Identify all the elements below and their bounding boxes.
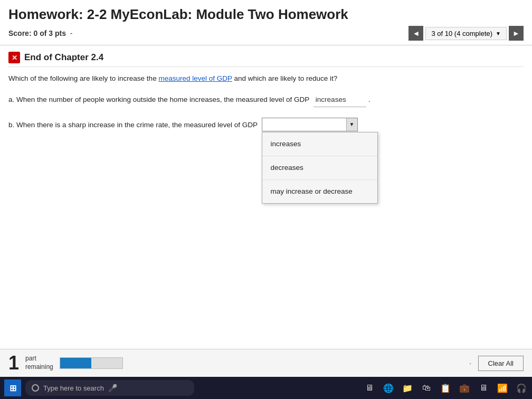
question-intro: Which of the following are likely to inc…	[8, 74, 158, 82]
progress-bar-container	[60, 357, 123, 369]
chapter-title: End of Chapter 2.4	[24, 52, 103, 63]
dropdown-menu: increases decreases may increase or decr…	[262, 132, 378, 204]
part-a-text: When the number of people working outsid…	[16, 96, 311, 103]
question-text-after: and which are likely to reduce it?	[232, 74, 338, 82]
nav-prev-button[interactable]: ◄	[408, 26, 423, 41]
part-b-select[interactable]: increases decreases may increase or decr…	[262, 118, 358, 131]
question-part-a: a. When the number of people working out…	[8, 93, 524, 107]
part-a-label: a.	[8, 96, 14, 103]
score-label: Score:	[8, 29, 32, 37]
main-content: Homework: 2-2 MyEconLab: Module Two Home…	[0, 0, 532, 399]
part-count: 1	[8, 354, 19, 373]
taskbar-icon-display[interactable]: 🖥	[477, 382, 490, 394]
chapter-header: ✕ End of Chapter 2.4	[8, 52, 524, 67]
page-title: Homework: 2-2 MyEconLab: Module Two Home…	[8, 6, 524, 23]
taskbar-icon-briefcase[interactable]: 💼	[458, 382, 471, 394]
taskbar-icon-monitor[interactable]: 🖥	[363, 382, 376, 394]
nav-next-button[interactable]: ►	[509, 26, 524, 41]
taskbar-search-bar[interactable]: Type here to search 🎤	[25, 380, 194, 396]
score-nav: Score: 0 of 3 pts - ◄ 3 of 10 (4 complet…	[8, 26, 524, 41]
part-a-answer: increases	[314, 93, 366, 107]
dot-separator: ·	[469, 358, 472, 369]
windows-icon: ⊞	[10, 383, 16, 393]
gdp-link[interactable]: measured level of GDP	[158, 74, 232, 82]
taskbar-icon-store[interactable]: 🛍	[420, 382, 433, 394]
part-b-label: b.	[8, 120, 14, 128]
part-label-line1: part	[25, 355, 53, 363]
taskbar: ⊞ Type here to search 🎤 🖥 🌐 📁 🛍 📋 💼 🖥 📶 …	[0, 377, 532, 399]
dropdown-wrapper[interactable]: increases decreases may increase or decr…	[262, 118, 358, 131]
dropdown-item-increases[interactable]: increases	[262, 132, 377, 156]
dropdown-item-decreases[interactable]: decreases	[262, 156, 377, 180]
clear-all-button[interactable]: Clear All	[478, 356, 524, 371]
score-text: Score: 0 of 3 pts -	[8, 29, 72, 37]
taskbar-icon-edge[interactable]: 🌐	[382, 382, 395, 394]
nav-progress-text: 3 of 10 (4 complete)	[431, 30, 492, 37]
taskbar-icons: 🖥 🌐 📁 🛍 📋 💼 🖥 📶 🎧	[363, 382, 528, 394]
taskbar-icon-clipboard[interactable]: 📋	[439, 382, 452, 394]
footer-bar: 1 part remaining · Clear All	[0, 349, 532, 377]
nav-dropdown-arrow-icon: ▼	[496, 31, 501, 36]
part-b-text: When there is a sharp increase in the cr…	[16, 120, 259, 128]
start-button[interactable]: ⊞	[4, 379, 21, 396]
question-text: Which of the following are likely to inc…	[8, 73, 524, 84]
search-circle-icon	[32, 384, 39, 392]
part-label-line2: remaining	[25, 363, 53, 372]
dropdown-item-may[interactable]: may increase or decrease	[262, 180, 377, 203]
taskbar-icon-network[interactable]: 📶	[496, 382, 509, 394]
taskbar-icon-headphones[interactable]: 🎧	[515, 382, 528, 394]
taskbar-search-text: Type here to search	[43, 384, 104, 392]
x-badge: ✕	[8, 52, 20, 63]
question-section: ✕ End of Chapter 2.4 Which of the follow…	[0, 45, 532, 148]
taskbar-icon-folder[interactable]: 📁	[401, 382, 414, 394]
nav-controls: ◄ 3 of 10 (4 complete) ▼ ►	[408, 26, 524, 41]
part-a-text-after: .	[368, 96, 370, 103]
microphone-icon: 🎤	[108, 384, 117, 392]
page-header: Homework: 2-2 MyEconLab: Module Two Home…	[0, 0, 532, 45]
nav-progress[interactable]: 3 of 10 (4 complete) ▼	[425, 27, 507, 40]
part-label-group: part remaining	[25, 355, 53, 371]
progress-bar-fill	[60, 358, 91, 368]
question-part-b: b. When there is a sharp increase in the…	[8, 118, 524, 131]
score-value: 0 of 3 pts	[33, 29, 65, 37]
